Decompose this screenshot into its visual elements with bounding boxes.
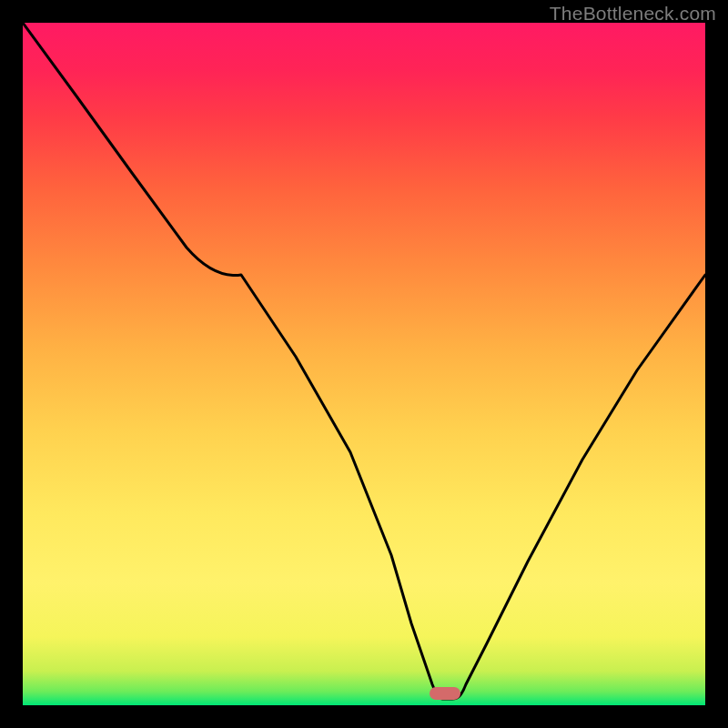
bottleneck-curve — [23, 23, 705, 705]
plot-area — [23, 23, 705, 705]
chart-frame: TheBottleneck.com — [0, 0, 728, 728]
optimal-marker — [430, 687, 460, 700]
watermark-text: TheBottleneck.com — [550, 3, 716, 25]
curve-path — [23, 23, 705, 699]
